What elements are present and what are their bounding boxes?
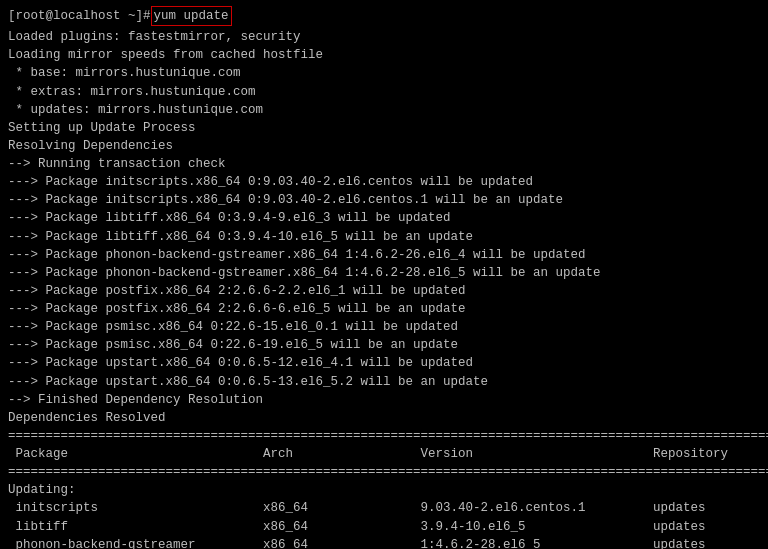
output-line: phonon-backend-gstreamer x86_64 1:4.6.2-… [8, 536, 760, 549]
output-line: * base: mirrors.hustunique.com [8, 64, 760, 82]
output-line: ========================================… [8, 427, 760, 445]
prompt-line: [root@localhost ~]# yum update [8, 6, 760, 26]
output-line: Dependencies Resolved [8, 409, 760, 427]
output-line: ---> Package psmisc.x86_64 0:22.6-15.el6… [8, 318, 760, 336]
output-line: ---> Package postfix.x86_64 2:2.6.6-6.el… [8, 300, 760, 318]
output-line: * updates: mirrors.hustunique.com [8, 101, 760, 119]
output-line: Setting up Update Process [8, 119, 760, 137]
output-line: ---> Package initscripts.x86_64 0:9.03.4… [8, 191, 760, 209]
output-line: Loading mirror speeds from cached hostfi… [8, 46, 760, 64]
output-line: ---> Package upstart.x86_64 0:0.6.5-12.e… [8, 354, 760, 372]
output-line: initscripts x86_64 9.03.40-2.el6.centos.… [8, 499, 760, 517]
output-line: ---> Package libtiff.x86_64 0:3.9.4-10.e… [8, 228, 760, 246]
output-line: Loaded plugins: fastestmirror, security [8, 28, 760, 46]
output-line: ---> Package psmisc.x86_64 0:22.6-19.el6… [8, 336, 760, 354]
output-line: Resolving Dependencies [8, 137, 760, 155]
output-line: ---> Package initscripts.x86_64 0:9.03.4… [8, 173, 760, 191]
prompt-text: [root@localhost ~]# [8, 7, 151, 25]
output-line: --> Finished Dependency Resolution [8, 391, 760, 409]
output-line: ---> Package phonon-backend-gstreamer.x8… [8, 246, 760, 264]
output-line: ---> Package phonon-backend-gstreamer.x8… [8, 264, 760, 282]
output-lines: Loaded plugins: fastestmirror, securityL… [8, 28, 760, 549]
output-line: Updating: [8, 481, 760, 499]
output-line: libtiff x86_64 3.9.4-10.el6_5 updates 34… [8, 518, 760, 536]
output-line: --> Running transaction check [8, 155, 760, 173]
output-line: ---> Package postfix.x86_64 2:2.6.6-2.2.… [8, 282, 760, 300]
output-line: ========================================… [8, 463, 760, 481]
output-line: ---> Package libtiff.x86_64 0:3.9.4-9.el… [8, 209, 760, 227]
terminal-window: [root@localhost ~]# yum update Loaded pl… [0, 0, 768, 549]
output-line: * extras: mirrors.hustunique.com [8, 83, 760, 101]
output-line: Package Arch Version Repository Size [8, 445, 760, 463]
command-text: yum update [151, 6, 232, 26]
output-line: ---> Package upstart.x86_64 0:0.6.5-13.e… [8, 373, 760, 391]
